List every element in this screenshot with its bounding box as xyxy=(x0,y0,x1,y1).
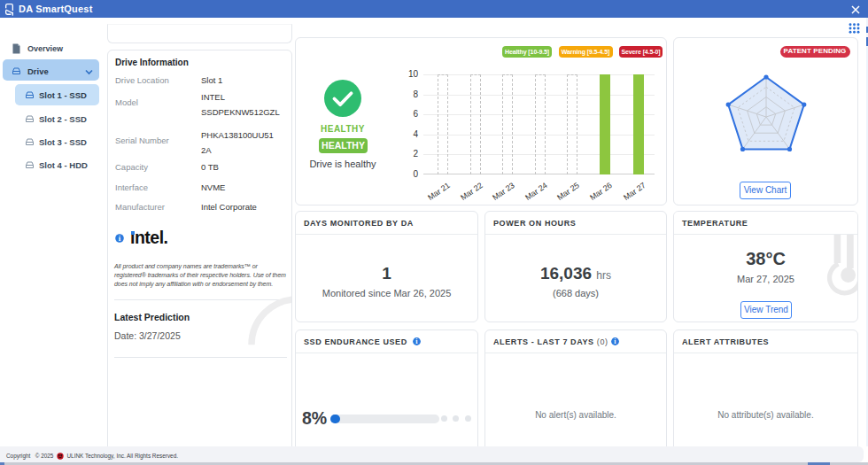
svg-text:i: i xyxy=(614,337,616,345)
svg-text:i: i xyxy=(415,337,418,345)
